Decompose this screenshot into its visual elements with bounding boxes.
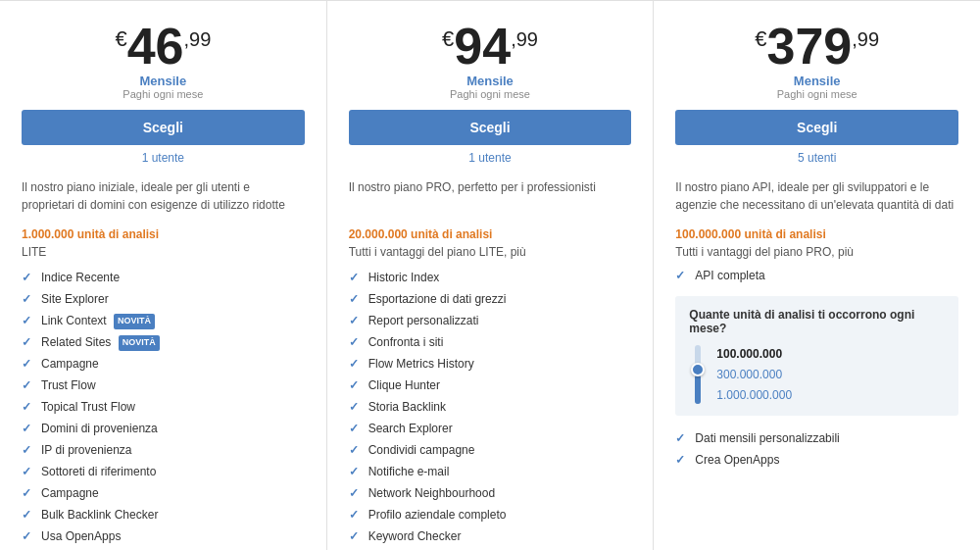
calc-option-1b[interactable]: 1.000.000.000 — [716, 388, 792, 402]
plan-api: €379,99 Mensile Paghi ogni mese Scegli 5… — [654, 1, 980, 550]
badge-novita-2: NOVITÀ — [119, 335, 160, 351]
list-item: Usa OpenApps — [22, 525, 305, 547]
currency-api: € — [755, 26, 766, 51]
list-item: Flow Metrics History — [349, 353, 632, 375]
list-item: Crea OpenApps — [675, 449, 958, 471]
badge-novita: NOVITÀ — [114, 314, 155, 329]
list-item: Link Context NOVITÀ — [22, 310, 305, 331]
price-decimal-lite: ,99 — [183, 28, 211, 50]
currency-pro: € — [442, 26, 454, 51]
slider-fill — [695, 375, 701, 404]
currency-lite: € — [115, 26, 126, 51]
list-item: Sottoreti di riferimento — [22, 461, 305, 482]
choose-button-lite[interactable]: Scegli — [22, 110, 305, 145]
slider-track[interactable] — [695, 345, 701, 404]
list-item: Notifiche e-mail — [349, 461, 632, 482]
includes-label-pro: Tutti i vantaggi del piano LITE, più — [349, 245, 632, 259]
calc-option-300m[interactable]: 300.000.000 — [716, 368, 792, 381]
units-calculator: Quante unità di analisi ti occorrono ogn… — [675, 296, 958, 416]
list-item: Clique Hunter — [349, 375, 632, 396]
slider-bar[interactable] — [689, 345, 707, 404]
calc-option-100m[interactable]: 100.000.000 — [716, 347, 792, 361]
price-main-api: €379,99 — [755, 21, 879, 72]
feature-list-lite: Indice Recente Site Explorer Link Contex… — [22, 267, 305, 550]
price-area-lite: €46,99 Mensile Paghi ogni mese — [22, 21, 305, 100]
pricing-container: €46,99 Mensile Paghi ogni mese Scegli 1 … — [0, 0, 980, 550]
price-main-pro: €94,99 — [442, 21, 538, 72]
list-item: Dati mensili personalizzabili — [675, 427, 958, 449]
list-item: Related Sites NOVITÀ — [22, 331, 305, 353]
billing-sub-lite: Paghi ogni mese — [22, 88, 305, 100]
list-item: Search Explorer — [349, 418, 632, 439]
slider-thumb[interactable] — [691, 363, 705, 376]
price-area-pro: €94,99 Mensile Paghi ogni mese — [349, 21, 632, 100]
list-item: Storia Backlink — [349, 396, 632, 418]
list-item: IP di provenienza — [22, 439, 305, 461]
units-api: 100.000.000 unità di analisi — [675, 227, 958, 241]
choose-button-api[interactable]: Scegli — [675, 110, 958, 145]
billing-sub-api: Paghi ogni mese — [675, 88, 958, 100]
choose-button-pro[interactable]: Scegli — [349, 110, 632, 145]
list-item: Campagne — [22, 482, 305, 504]
includes-label-api: Tutti i vantaggi del piano PRO, più — [675, 245, 958, 259]
plan-tier-lite: LITE — [22, 245, 305, 259]
list-item: Bulk Backlink Checker — [22, 504, 305, 525]
list-item: Site Explorer — [22, 288, 305, 310]
plan-desc-api: Il nostro piano API, ideale per gli svil… — [675, 178, 958, 218]
calc-slider-area: 100.000.000 300.000.000 1.000.000.000 — [689, 345, 945, 404]
calc-title: Quante unità di analisi ti occorrono ogn… — [689, 308, 945, 335]
billing-label-lite: Mensile — [22, 74, 305, 88]
plan-lite: €46,99 Mensile Paghi ogni mese Scegli 1 … — [0, 1, 327, 550]
plan-desc-lite: Il nostro piano iniziale, ideale per gli… — [22, 178, 305, 218]
price-decimal-api: ,99 — [852, 28, 879, 50]
list-item: Report personalizzati — [349, 310, 632, 331]
calc-options: 100.000.000 300.000.000 1.000.000.000 — [716, 345, 792, 404]
billing-label-api: Mensile — [675, 74, 958, 88]
list-item: Profilo aziendale completo — [349, 504, 632, 525]
feature-list-pro: Historic Index Esportazione di dati grez… — [349, 267, 632, 550]
price-decimal-pro: ,99 — [511, 28, 538, 50]
list-item: Esportazione di dati grezzi — [349, 288, 632, 310]
units-lite: 1.000.000 unità di analisi — [22, 227, 305, 241]
list-item: Condividi campagne — [349, 439, 632, 461]
user-count-lite: 1 utente — [22, 151, 305, 165]
user-count-pro: 1 utente — [349, 151, 632, 165]
plan-pro: €94,99 Mensile Paghi ogni mese Scegli 1 … — [327, 1, 655, 550]
list-item: Trust Flow — [22, 375, 305, 396]
list-item: Campagne — [22, 353, 305, 375]
price-area-api: €379,99 Mensile Paghi ogni mese — [675, 21, 958, 100]
list-item: Indice Recente — [22, 267, 305, 288]
plan-desc-pro: Il nostro piano PRO, perfetto per i prof… — [349, 178, 632, 218]
user-count-api: 5 utenti — [675, 151, 958, 165]
billing-sub-pro: Paghi ogni mese — [349, 88, 632, 100]
list-item: Confronta i siti — [349, 331, 632, 353]
list-item: Domini di provenienza — [22, 418, 305, 439]
extra-features-api: Dati mensili personalizzabili Crea OpenA… — [675, 427, 958, 471]
list-item: Historic Index — [349, 267, 632, 288]
api-complete-feature: API completa — [675, 267, 958, 284]
units-pro: 20.000.000 unità di analisi — [349, 227, 632, 241]
price-main-lite: €46,99 — [115, 21, 211, 72]
list-item: Network Neighbourhood — [349, 482, 632, 504]
billing-label-pro: Mensile — [349, 74, 632, 88]
list-item: Topical Trust Flow — [22, 396, 305, 418]
list-item: Keyword Checker — [349, 525, 632, 547]
